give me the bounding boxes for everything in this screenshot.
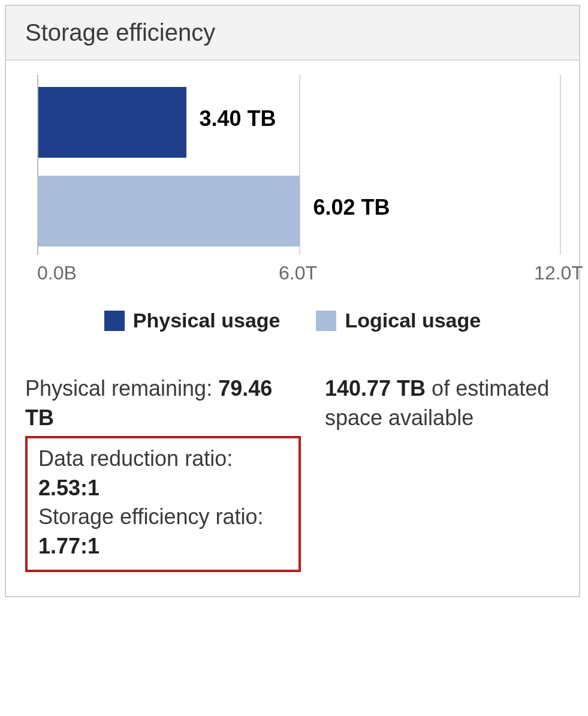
tick-6: 6.0T <box>279 262 317 284</box>
chart-legend: Physical usage Logical usage <box>25 309 560 332</box>
tick-12: 12.0T <box>534 262 583 284</box>
bar-logical-usage <box>38 176 300 246</box>
physical-remaining: Physical remaining: 79.46 TB <box>25 374 301 432</box>
storage-efficiency-value: 1.77:1 <box>38 532 288 561</box>
stats-left-column: Physical remaining: 79.46 TB Data reduct… <box>25 374 301 572</box>
storage-efficiency-card: Storage efficiency 3.40 TB 6.02 TB 0.0B … <box>5 5 580 597</box>
legend-physical-label: Physical usage <box>133 309 281 332</box>
bar-physical-usage <box>38 87 186 158</box>
card-title: Storage efficiency <box>25 19 560 46</box>
physical-remaining-label: Physical remaining: <box>25 376 218 401</box>
gridline-12t <box>560 75 561 255</box>
card-header: Storage efficiency <box>6 6 579 61</box>
stats-right-column: 140.77 TB of estimated space available <box>325 374 560 432</box>
legend-logical: Logical usage <box>316 309 481 332</box>
stats-section: Physical remaining: 79.46 TB Data reduct… <box>25 374 560 572</box>
estimated-space-value: 140.77 TB <box>325 376 426 401</box>
tick-0: 0.0B <box>37 262 77 284</box>
legend-logical-label: Logical usage <box>345 309 481 332</box>
swatch-physical-icon <box>104 311 125 331</box>
estimated-space: 140.77 TB of estimated space available <box>325 374 560 432</box>
usage-bar-chart: 3.40 TB 6.02 TB 0.0B 6.0T 12.0T <box>25 75 560 291</box>
bar-logical-label: 6.02 TB <box>313 195 390 220</box>
storage-efficiency-label: Storage efficiency ratio: <box>38 503 288 532</box>
ratio-highlight-box: Data reduction ratio: 2.53:1 Storage eff… <box>25 436 301 571</box>
bar-physical-label: 3.40 TB <box>200 106 276 131</box>
data-reduction-label: Data reduction ratio: <box>38 444 288 474</box>
chart-plot-area: 3.40 TB 6.02 TB <box>37 75 560 255</box>
data-reduction-value: 2.53:1 <box>38 474 288 503</box>
swatch-logical-icon <box>316 311 336 331</box>
card-body: 3.40 TB 6.02 TB 0.0B 6.0T 12.0T Physical… <box>6 61 579 596</box>
legend-physical: Physical usage <box>104 309 281 332</box>
